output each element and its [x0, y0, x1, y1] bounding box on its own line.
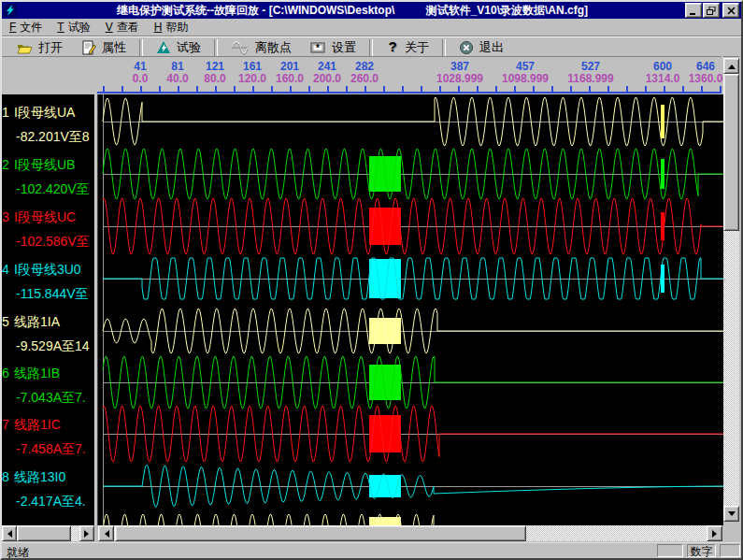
time-ruler: 410.08140.012180.0161120.0201160.0241200…	[2, 56, 722, 95]
menu-help-hotkey: H	[154, 21, 163, 34]
restore-icon	[707, 7, 716, 15]
cursor-bar	[661, 159, 664, 189]
channel-range: -7.458A至7.	[16, 441, 86, 458]
toolbar-test-button[interactable]: 试验	[147, 37, 210, 58]
wave-hscroll-thumb[interactable]	[115, 525, 526, 541]
wave-hscroll-left-button[interactable]	[98, 525, 114, 541]
settings-icon: *	[310, 40, 326, 55]
window-controls	[684, 3, 739, 18]
menu-view-hotkey: V	[106, 21, 113, 34]
window-title: 继电保护测试系统--故障回放 - [C:\WINDOWS\Desktop\ 测试…	[21, 3, 684, 19]
ruler-baseline	[97, 92, 722, 93]
titlebar[interactable]: 继电保护测试系统--故障回放 - [C:\WINDOWS\Desktop\ 测试…	[2, 2, 741, 19]
channel-number: 2	[2, 157, 9, 172]
minimize-button[interactable]	[685, 3, 702, 18]
status-panel-blank1	[657, 544, 683, 557]
labels-hscroll-left-button[interactable]	[2, 525, 17, 541]
labels-hscroll-thumb[interactable]	[17, 525, 71, 541]
channel-range: -115.844V至	[16, 286, 89, 303]
ruler-sample-label: 201	[280, 60, 299, 73]
channel-name: I段母线UC	[14, 209, 76, 226]
menu-test-label: 试验	[68, 21, 91, 34]
toolbar-separator	[139, 39, 143, 56]
labels-hscroll-right-button[interactable]	[79, 525, 94, 541]
channel-range: -7.043A至7.	[16, 390, 86, 407]
toolbar-test-label: 试验	[177, 39, 201, 56]
vscroll-up-button[interactable]	[723, 58, 739, 74]
ruler-time-label: 120.0	[238, 72, 266, 85]
close-button[interactable]	[722, 3, 739, 18]
channel-name: 线路13I0	[14, 469, 65, 486]
toolbar-settings-label: 设置	[332, 39, 356, 56]
vscroll-down-button[interactable]	[723, 506, 739, 522]
waveform-plot[interactable]	[98, 94, 723, 525]
restore-button[interactable]	[703, 3, 720, 18]
ruler-sample-label: 646	[696, 60, 715, 73]
wave-hscroll-right-button[interactable]	[707, 525, 722, 541]
channel-range: -2.417A至4.	[16, 494, 86, 510]
ruler-sample-label: 457	[516, 60, 535, 73]
ruler-sample-label: 121	[206, 60, 224, 73]
channel-range: -102.420V至	[16, 181, 90, 198]
toolbar-separator	[442, 39, 446, 56]
arrow-up-icon	[728, 61, 736, 69]
channel-number: 3	[2, 209, 9, 224]
menu-file[interactable]: F文件	[2, 19, 50, 36]
channel-number: 5	[2, 314, 9, 329]
channel-name: 线路1IB	[14, 366, 60, 382]
statusbar: 就绪 数字	[2, 542, 741, 559]
channel-name: I段母线3U0	[14, 262, 81, 279]
ruler-time-label: 1168.999	[567, 72, 613, 85]
ruler-time-label: 80.0	[204, 72, 225, 85]
toolbar-about-label: 关于	[405, 39, 429, 56]
toolbar-about-button[interactable]: ? ? 关于	[377, 37, 438, 58]
arrow-down-icon	[728, 511, 736, 520]
ruler-sample-label: 527	[581, 60, 600, 73]
menu-file-label: 文件	[20, 21, 42, 34]
channel-name: I段母线UA	[14, 105, 75, 122]
toolbar-settings-button[interactable]: * 设置	[301, 37, 365, 58]
ruler-time-label: 1028.999	[436, 72, 483, 85]
svg-text:*: *	[316, 43, 320, 53]
about-icon: ? ?	[386, 40, 399, 55]
ruler-time-label: 1360.0	[689, 72, 723, 85]
properties-icon	[81, 40, 96, 55]
toolbar-exit-button[interactable]: 退出	[450, 37, 513, 58]
ruler-sample-label: 161	[243, 60, 262, 73]
channel-name: 线路1IA	[14, 314, 60, 331]
toolbar-properties-button[interactable]: 属性	[72, 37, 136, 58]
ruler-sample-label: 41	[134, 60, 146, 73]
toolbar-discrete-label: 离散点	[255, 39, 292, 56]
open-folder-icon	[17, 41, 33, 55]
toolbar-open-button[interactable]: 打开	[7, 37, 72, 58]
svg-text:?: ?	[388, 40, 396, 54]
ruler-time-label: 200.0	[313, 72, 341, 85]
ruler-time-label: 40.0	[166, 72, 188, 85]
toolbar-open-label: 打开	[38, 39, 63, 56]
toolbar-properties-label: 属性	[102, 39, 126, 56]
ruler-time-label: 160.0	[276, 72, 304, 85]
cursor-bar	[661, 265, 664, 293]
test-lightning-icon	[156, 40, 171, 55]
vscroll-thumb[interactable]	[723, 74, 739, 231]
channel-range: -9.529A至14	[16, 338, 90, 355]
channel-name: I段母线UB	[14, 157, 75, 174]
cursor-bar	[661, 212, 664, 240]
toolbar-separator	[214, 39, 218, 56]
channel-number: 8	[2, 469, 9, 484]
toolbar-discrete-button[interactable]: 离散点	[221, 37, 301, 58]
waveform-trace	[103, 514, 723, 525]
exit-icon	[459, 40, 474, 55]
channel-name: 线路1IC	[14, 417, 61, 434]
arrow-right-icon	[712, 530, 721, 538]
channel-number: 6	[2, 366, 9, 381]
status-panel-blank2	[720, 544, 740, 557]
channel-label-pane: 1I段母线UA-82.201V至82I段母线UB-102.420V至3I段母线U…	[2, 94, 94, 525]
menu-view-label: 查看	[117, 21, 139, 34]
toolbar-exit-label: 退出	[479, 39, 504, 56]
menu-test[interactable]: T试验	[50, 19, 97, 36]
ruler-time-label: 1098.999	[502, 72, 549, 85]
waveform-trace	[103, 465, 723, 507]
menu-view[interactable]: V查看	[98, 19, 147, 36]
menu-help[interactable]: H帮助	[147, 19, 196, 36]
